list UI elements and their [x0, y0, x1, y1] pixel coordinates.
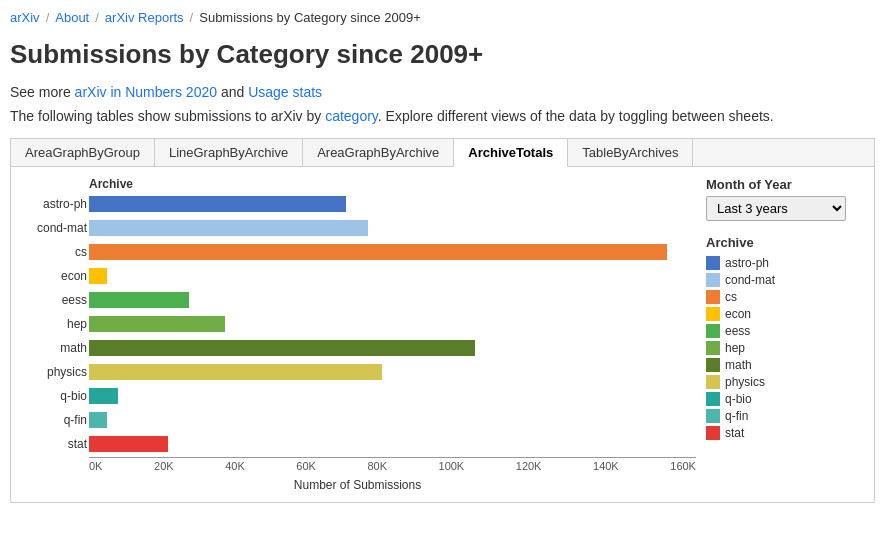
legend-swatch [706, 392, 720, 406]
bar-fill [89, 220, 368, 236]
breadcrumb-sep-1: / [46, 10, 50, 25]
bar-row: cond-mat [89, 217, 696, 239]
legend-swatch [706, 358, 720, 372]
bar-fill [89, 412, 107, 428]
bar-fill [89, 436, 168, 452]
desc-suffix: . Explore different views of the data by… [378, 108, 774, 124]
bar-label: math [19, 337, 87, 359]
bar-label: q-fin [19, 409, 87, 431]
x-tick: 0K [89, 460, 102, 472]
tab-archive-totals[interactable]: ArchiveTotals [454, 139, 568, 167]
legend-label: stat [725, 426, 744, 440]
bar-fill [89, 316, 225, 332]
tab-area-archive[interactable]: AreaGraphByArchive [303, 139, 454, 166]
arxiv-numbers-link[interactable]: arXiv in Numbers 2020 [75, 84, 217, 100]
x-axis-label: Number of Submissions [19, 478, 696, 492]
bar-label: eess [19, 289, 87, 311]
legend-item: hep [706, 341, 866, 355]
legend-swatch [706, 341, 720, 355]
legend-swatch [706, 426, 720, 440]
bar-row: q-bio [89, 385, 696, 407]
bar-row: econ [89, 265, 696, 287]
tab-area-group[interactable]: AreaGraphByGroup [11, 139, 155, 166]
month-selector-select[interactable]: Last 3 years Last year All time [706, 196, 846, 221]
bar-row: math [89, 337, 696, 359]
legend-item: q-bio [706, 392, 866, 406]
legend-item: astro-ph [706, 256, 866, 270]
bar-fill [89, 364, 382, 380]
usage-stats-link[interactable]: Usage stats [248, 84, 322, 100]
bar-row: stat [89, 433, 696, 455]
legend-label: q-fin [725, 409, 748, 423]
legend-label: hep [725, 341, 745, 355]
legend-swatch [706, 290, 720, 304]
intro-line: See more arXiv in Numbers 2020 and Usage… [10, 84, 875, 100]
x-tick: 120K [516, 460, 542, 472]
bar-fill [89, 244, 667, 260]
bar-chart: astro-phcond-matcseconeesshepmathphysics… [19, 193, 696, 472]
legend-swatch [706, 307, 720, 321]
legend-swatch [706, 375, 720, 389]
bar-row: astro-ph [89, 193, 696, 215]
legend-swatch [706, 409, 720, 423]
and-text: and [217, 84, 248, 100]
bar-label: q-bio [19, 385, 87, 407]
bar-fill [89, 388, 118, 404]
bar-fill [89, 196, 346, 212]
bar-label: physics [19, 361, 87, 383]
page-title: Submissions by Category since 2009+ [10, 39, 875, 70]
bar-row: hep [89, 313, 696, 335]
breadcrumb-sep-3: / [190, 10, 194, 25]
legend-item: stat [706, 426, 866, 440]
breadcrumb-about[interactable]: About [55, 10, 89, 25]
chart-main: Archive astro-phcond-matcseconeesshepmat… [19, 177, 696, 492]
tab-line-archive[interactable]: LineGraphByArchive [155, 139, 303, 166]
breadcrumb-current: Submissions by Category since 2009+ [199, 10, 420, 25]
bar-fill [89, 292, 189, 308]
legend-swatch [706, 324, 720, 338]
bar-row: q-fin [89, 409, 696, 431]
bar-label: stat [19, 433, 87, 455]
month-selector: Month of Year Last 3 years Last year All… [706, 177, 866, 221]
bar-label: astro-ph [19, 193, 87, 215]
x-tick: 20K [154, 460, 174, 472]
breadcrumb: arXiv / About / arXiv Reports / Submissi… [10, 0, 875, 31]
bar-label: cond-mat [19, 217, 87, 239]
breadcrumb-sep-2: / [95, 10, 99, 25]
legend-label: astro-ph [725, 256, 769, 270]
legend-swatch [706, 273, 720, 287]
bar-fill [89, 340, 475, 356]
breadcrumb-arxiv[interactable]: arXiv [10, 10, 40, 25]
see-more-text: See more [10, 84, 75, 100]
legend-item: q-fin [706, 409, 866, 423]
legend-label: eess [725, 324, 750, 338]
bar-label: econ [19, 265, 87, 287]
legend-item: physics [706, 375, 866, 389]
desc-prefix: The following tables show submissions to… [10, 108, 325, 124]
legend-item: cs [706, 290, 866, 304]
bar-row: physics [89, 361, 696, 383]
chart-sidebar: Month of Year Last 3 years Last year All… [706, 177, 866, 492]
tabs-container: AreaGraphByGroup LineGraphByArchive Area… [10, 138, 875, 503]
legend-label: physics [725, 375, 765, 389]
legend-item: econ [706, 307, 866, 321]
bar-row: eess [89, 289, 696, 311]
legend-label: cond-mat [725, 273, 775, 287]
bar-label: hep [19, 313, 87, 335]
x-tick: 160K [670, 460, 696, 472]
x-tick: 100K [439, 460, 465, 472]
bar-row: cs [89, 241, 696, 263]
bar-label: cs [19, 241, 87, 263]
legend-item: eess [706, 324, 866, 338]
legend-label: q-bio [725, 392, 752, 406]
legend: Archive astro-phcond-matcseconeesshepmat… [706, 235, 866, 440]
x-tick: 40K [225, 460, 245, 472]
breadcrumb-reports[interactable]: arXiv Reports [105, 10, 184, 25]
legend-label: econ [725, 307, 751, 321]
month-selector-label: Month of Year [706, 177, 866, 192]
chart-y-axis-label: Archive [19, 177, 696, 191]
x-tick: 60K [296, 460, 316, 472]
category-link[interactable]: category [325, 108, 378, 124]
tab-table-archives[interactable]: TableByArchives [568, 139, 693, 166]
legend-label: cs [725, 290, 737, 304]
